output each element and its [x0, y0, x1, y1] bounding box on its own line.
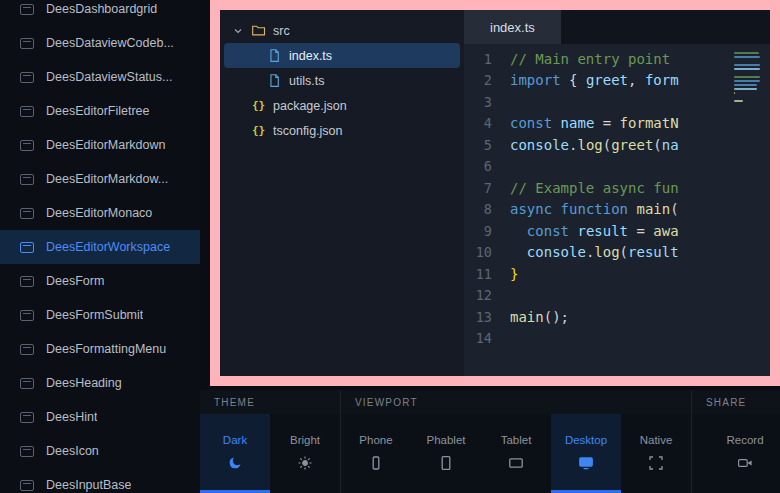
component-icon — [20, 242, 34, 253]
sidebar-item-deesformsubmit[interactable]: DeesFormSubmit — [0, 298, 200, 332]
code-line: 3 — [464, 91, 770, 113]
sidebar-item-deeseditormarkdown[interactable]: DeesEditorMarkdown — [0, 128, 200, 162]
component-icon — [20, 140, 34, 151]
code-token: = — [628, 223, 653, 239]
code-token: na — [662, 137, 679, 153]
minimap-line — [734, 52, 759, 54]
code-line: 7// Example async fun — [464, 177, 770, 199]
sidebar-item-label: DeesEditorFiletree — [46, 104, 150, 118]
code-token: result — [577, 223, 628, 239]
phone-icon — [368, 455, 384, 471]
code-token: name — [561, 115, 595, 131]
line-number: 7 — [464, 180, 510, 196]
code-token: , — [628, 72, 645, 88]
sidebar-item-deeseditormarkdow[interactable]: DeesEditorMarkdow... — [0, 162, 200, 196]
sidebar-item-deesicon[interactable]: DeesIcon — [0, 434, 200, 468]
toolbar-button-bright[interactable]: Bright — [270, 414, 340, 493]
code-token: awa — [653, 223, 678, 239]
toolbar-button-label: Phone — [359, 434, 392, 446]
line-content: main(); — [510, 309, 770, 325]
code-token: formatN — [620, 115, 679, 131]
sidebar-item-label: DeesHint — [46, 410, 97, 424]
json-file-icon: {} — [251, 98, 266, 113]
code-token — [510, 223, 527, 239]
code-token: form — [645, 72, 679, 88]
sidebar-item-deesformattingmenu[interactable]: DeesFormattingMenu — [0, 332, 200, 366]
code-line: 5console.log(greet(na — [464, 134, 770, 156]
sidebar-item-deesform[interactable]: DeesForm — [0, 264, 200, 298]
toolbar-button-record[interactable]: Record — [710, 414, 780, 493]
sidebar-item-deeshint[interactable]: DeesHint — [0, 400, 200, 434]
toolbar-section-theme: THEMEDarkBright — [200, 390, 340, 493]
code-area[interactable]: 1// Main entry point2import { greet, for… — [464, 44, 770, 376]
component-icon — [20, 446, 34, 457]
editor-tab-bar: index.ts — [464, 10, 770, 44]
sidebar-item-deeseditorworkspace[interactable]: DeesEditorWorkspace — [0, 230, 200, 264]
editor-workspace-component: srcindex.tsutils.ts{}package.json{}tscon… — [220, 10, 770, 376]
json-file-icon: {} — [251, 123, 266, 138]
file-name: src — [273, 24, 290, 38]
sidebar-item-deesheading[interactable]: DeesHeading — [0, 366, 200, 400]
sidebar-item-label: DeesEditorWorkspace — [46, 240, 170, 254]
line-number: 14 — [464, 330, 510, 346]
component-icon — [20, 310, 34, 321]
filetree-item-src[interactable]: src — [224, 18, 460, 43]
code-token: const — [510, 115, 552, 131]
sidebar-item-deesinputbase[interactable]: DeesInputBase — [0, 468, 200, 493]
code-token: ( — [670, 201, 678, 217]
filetree-item-tsconfig-json[interactable]: {}tsconfig.json — [224, 118, 460, 143]
line-number: 4 — [464, 115, 510, 131]
code-token: ( — [603, 137, 611, 153]
filetree-item-utils-ts[interactable]: utils.ts — [224, 68, 460, 93]
code-token: ( — [653, 137, 661, 153]
code-token: import — [510, 72, 561, 88]
toolbar-button-phablet[interactable]: Phablet — [411, 414, 481, 493]
toolbar-section-viewport: VIEWPORTPhonePhabletTabletDesktopNative — [340, 390, 691, 493]
toolbar-button-native[interactable]: Native — [621, 414, 691, 493]
sidebar-item-deesdashboardgrid[interactable]: DeesDashboardgrid — [0, 0, 200, 26]
toolbar-button-phone[interactable]: Phone — [341, 414, 411, 493]
code-line: 1// Main entry point — [464, 48, 770, 70]
sidebar-item-deeseditorfiletree[interactable]: DeesEditorFiletree — [0, 94, 200, 128]
minimap-line — [734, 76, 760, 78]
editor-minimap[interactable] — [734, 52, 762, 108]
line-number: 6 — [464, 158, 510, 174]
code-token: { — [561, 72, 586, 88]
toolbar-button-dark[interactable]: Dark — [200, 414, 270, 493]
line-number: 13 — [464, 309, 510, 325]
sidebar-item-deesdataviewstatus[interactable]: DeesDataviewStatus... — [0, 60, 200, 94]
code-line: 6 — [464, 156, 770, 178]
file-name: tsconfig.json — [273, 124, 342, 138]
record-icon — [737, 455, 753, 471]
main-column: srcindex.tsutils.ts{}package.json{}tscon… — [200, 0, 780, 493]
code-token — [510, 244, 527, 260]
filetree-item-package-json[interactable]: {}package.json — [224, 93, 460, 118]
component-icon — [20, 276, 34, 287]
sidebar-item-deesdataviewcodeb[interactable]: DeesDataviewCodeb... — [0, 26, 200, 60]
component-icon — [20, 208, 34, 219]
toolbar-button-tablet[interactable]: Tablet — [481, 414, 551, 493]
component-icon — [20, 174, 34, 185]
code-token: log — [577, 137, 602, 153]
bottom-toolbar: THEMEDarkBrightVIEWPORTPhonePhabletTable… — [200, 390, 780, 493]
code-token: main — [636, 201, 670, 217]
ts-file-icon — [267, 73, 282, 88]
component-icon — [20, 72, 34, 83]
filetree-item-index-ts[interactable]: index.ts — [224, 43, 460, 68]
code-line: 14 — [464, 328, 770, 350]
code-token: } — [510, 266, 518, 282]
minimap-line — [734, 64, 760, 66]
toolbar-button-desktop[interactable]: Desktop — [551, 414, 621, 493]
component-icon — [20, 378, 34, 389]
ts-file-icon — [267, 48, 282, 63]
line-content: // Example async fun — [510, 180, 770, 196]
phablet-icon — [438, 455, 454, 471]
toolbar-button-label: Desktop — [565, 434, 607, 446]
minimap-line — [734, 80, 760, 82]
component-list: DeesDashboardgridDeesDataviewCodeb...Dee… — [0, 0, 200, 493]
code-line: 4const name = formatN — [464, 113, 770, 135]
tab-index-ts[interactable]: index.ts — [464, 10, 561, 44]
sidebar-item-deeseditormonaco[interactable]: DeesEditorMonaco — [0, 196, 200, 230]
line-number: 9 — [464, 223, 510, 239]
line-content: async function main( — [510, 201, 770, 217]
